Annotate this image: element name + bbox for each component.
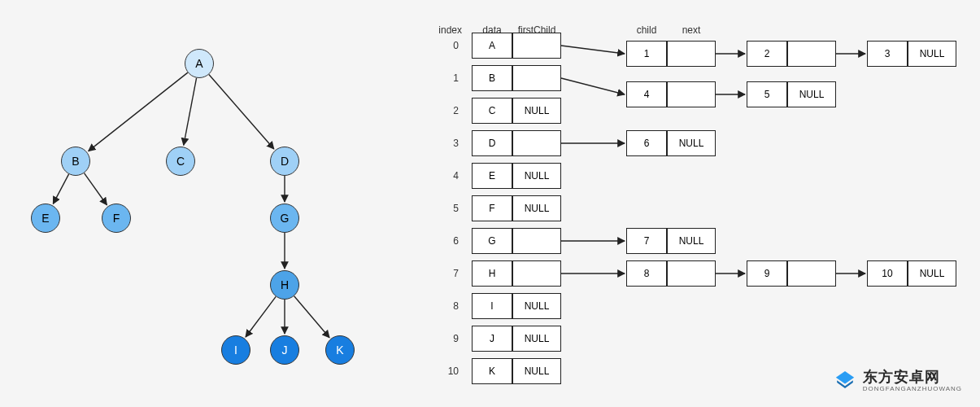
data-cell: C (472, 98, 512, 124)
data-cell: I (472, 293, 512, 319)
child-cell: 4 (626, 81, 667, 107)
index-label: 4 (429, 170, 459, 182)
data-cell: F (472, 195, 512, 221)
svg-line-7 (246, 296, 276, 337)
data-cell: D (472, 130, 512, 156)
tree-node: G (270, 204, 299, 233)
firstchild-cell (512, 228, 561, 254)
next-cell (787, 260, 836, 287)
child-cell: 3 (867, 41, 908, 67)
index-label: 9 (429, 333, 459, 344)
child-cell: 6 (626, 130, 667, 156)
child-cell: 10 (867, 260, 908, 287)
firstchild-cell: NULL (512, 98, 561, 124)
svg-line-1 (184, 78, 197, 146)
tree-node: D (270, 147, 299, 176)
next-cell (787, 41, 836, 67)
index-label: 2 (429, 105, 459, 116)
tree-panel: ABCDEFGHIJK (0, 0, 423, 407)
index-label: 1 (429, 72, 459, 84)
svg-line-13 (561, 78, 625, 94)
header-label: index (429, 24, 462, 36)
tree-node: E (31, 204, 60, 233)
next-cell: NULL (908, 41, 956, 67)
index-label: 7 (429, 268, 459, 279)
tree-node: J (270, 335, 299, 365)
data-cell: B (472, 65, 512, 91)
data-cell: G (472, 228, 512, 254)
firstchild-cell: NULL (512, 195, 561, 221)
index-label: 8 (429, 300, 459, 312)
firstchild-cell (512, 260, 561, 287)
child-cell: 1 (626, 41, 667, 67)
watermark: 东方安卓网 DONGFANGANZHUOWANG (834, 370, 962, 392)
data-cell: K (472, 358, 512, 384)
firstchild-cell: NULL (512, 326, 561, 352)
child-cell: 2 (747, 41, 787, 67)
child-cell: 9 (747, 260, 787, 287)
child-cell: 7 (626, 228, 667, 254)
tree-node: H (270, 270, 299, 300)
watermark-icon (834, 370, 856, 392)
child-cell: 8 (626, 260, 667, 287)
tree-node: I (221, 335, 250, 365)
data-cell: E (472, 163, 512, 189)
index-label: 6 (429, 235, 459, 247)
firstchild-cell: NULL (512, 293, 561, 319)
child-cell: 5 (747, 81, 787, 107)
index-label: 10 (429, 365, 459, 377)
svg-line-10 (561, 46, 625, 54)
svg-line-0 (89, 72, 188, 151)
firstchild-cell (512, 130, 561, 156)
tree-node: C (166, 147, 195, 176)
index-label: 0 (429, 40, 459, 51)
svg-line-4 (84, 173, 107, 205)
svg-line-3 (53, 174, 68, 204)
next-cell (667, 41, 716, 67)
tree-node: F (102, 204, 131, 233)
index-label: 5 (429, 203, 459, 214)
firstchild-cell (512, 33, 561, 59)
tree-node: K (325, 335, 355, 365)
header-label: next (667, 24, 716, 36)
index-label: 3 (429, 138, 459, 149)
data-cell: J (472, 326, 512, 352)
next-cell (667, 81, 716, 107)
data-cell: H (472, 260, 512, 287)
next-cell (667, 260, 716, 287)
diagram-stage: ABCDEFGHIJK indexdatafirstChildchildnext… (0, 0, 980, 407)
next-cell: NULL (908, 260, 956, 287)
firstchild-cell: NULL (512, 163, 561, 189)
next-cell: NULL (667, 228, 716, 254)
firstchild-cell (512, 65, 561, 91)
table-panel: indexdatafirstChildchildnext0A123NULL1B4… (423, 0, 980, 407)
firstchild-cell: NULL (512, 358, 561, 384)
next-cell: NULL (667, 130, 716, 156)
tree-node: B (61, 147, 90, 176)
svg-line-9 (294, 296, 329, 338)
watermark-title: 东方安卓网 (863, 370, 962, 384)
next-cell: NULL (787, 81, 836, 107)
svg-line-2 (209, 75, 274, 149)
data-cell: A (472, 33, 512, 59)
watermark-subtitle: DONGFANGANZHUOWANG (863, 386, 962, 392)
header-label: child (626, 24, 667, 36)
tree-node: A (185, 49, 214, 78)
